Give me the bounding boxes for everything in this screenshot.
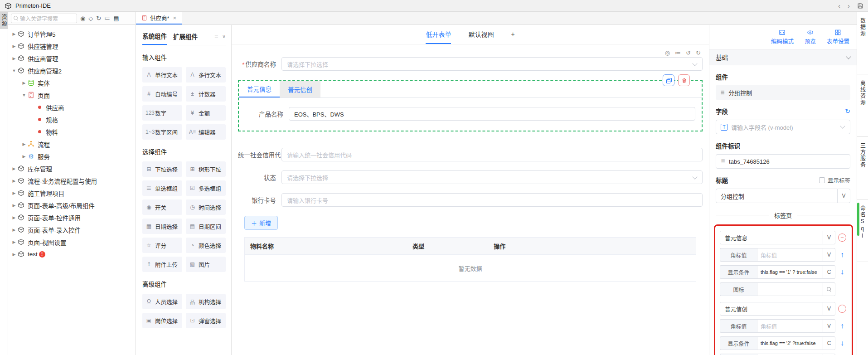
- move-down-icon[interactable]: ↓: [840, 268, 844, 276]
- tree-node[interactable]: ▶ ⚙ 服务: [8, 150, 136, 162]
- redo-icon[interactable]: ↻: [696, 49, 701, 56]
- docs-icon[interactable]: ▤: [113, 15, 119, 21]
- palette-item[interactable]: ◔ 颜色选择: [186, 238, 226, 253]
- caret-right-icon[interactable]: ▶: [11, 191, 17, 195]
- field-select[interactable]: T 请输入字段名 (v-model): [716, 120, 850, 134]
- palette-item[interactable]: ↥ 附件上传: [142, 257, 182, 272]
- form-settings-button[interactable]: 表单设置: [827, 29, 849, 45]
- tree-node[interactable]: ▶ 页面-表单-控件通用: [8, 211, 136, 224]
- delete-component-button[interactable]: [678, 74, 690, 86]
- add-row-button[interactable]: ＋ 新增: [244, 216, 278, 230]
- move-up-icon[interactable]: ↑: [840, 251, 844, 259]
- palette-item[interactable]: ⊞ 树形下拉: [186, 161, 226, 177]
- condition-value-input[interactable]: this.flag == '2' ?true:false: [757, 336, 823, 350]
- rail-item[interactable]: 离线资源: [857, 74, 868, 137]
- scrollbar-thumb[interactable]: [857, 203, 859, 236]
- caret-right-icon[interactable]: ▶: [21, 81, 27, 85]
- tree-node[interactable]: 供应商: [8, 101, 136, 113]
- palette-item[interactable]: A 单行文本: [142, 67, 182, 83]
- palette-item[interactable]: # 自动编号: [142, 86, 182, 102]
- tree-node[interactable]: ▶ 流程-业务流程配置与使用: [8, 175, 136, 187]
- rail-item[interactable]: 三方服务: [857, 137, 868, 199]
- view-tab[interactable]: 默认视图: [468, 25, 494, 44]
- ai-assist-icon[interactable]: ◉: [80, 15, 85, 21]
- palette-item[interactable]: Ω 人员选择: [142, 294, 182, 309]
- palette-item[interactable]: ▧ 图片: [186, 257, 226, 272]
- refresh-icon[interactable]: ↻: [845, 107, 850, 115]
- show-label-checkbox[interactable]: [819, 177, 825, 183]
- rail-item[interactable]: 数据源: [857, 12, 868, 74]
- palette-item[interactable]: ¥ 金额: [186, 105, 226, 121]
- palette-item[interactable]: ☆ 评分: [142, 238, 182, 253]
- palette-item[interactable]: ⊡ 弹窗选择: [186, 313, 226, 328]
- view-tab[interactable]: 低开表单: [426, 25, 451, 44]
- preview-button[interactable]: 预览: [805, 29, 816, 45]
- status-select[interactable]: 请选择下拉选择: [281, 170, 703, 184]
- caret-right-icon[interactable]: ▶: [11, 240, 17, 244]
- tree-node[interactable]: ▶ 订单管理5: [8, 28, 136, 40]
- palette-item[interactable]: ☰ 单选框组: [142, 180, 182, 196]
- view-tab[interactable]: +: [511, 25, 514, 44]
- caret-right-icon[interactable]: ▶: [11, 44, 17, 49]
- caret-down-icon[interactable]: ▼: [21, 93, 27, 97]
- icon-search-button[interactable]: [823, 282, 835, 296]
- variable-suffix-button[interactable]: V: [823, 319, 835, 333]
- rail-tab-resources[interactable]: 资源: [0, 12, 8, 29]
- model-icon[interactable]: ◇: [88, 15, 93, 21]
- palette-item[interactable]: 123 数字: [142, 105, 182, 121]
- caret-right-icon[interactable]: ▶: [11, 166, 17, 171]
- basic-section-header[interactable]: 基础: [709, 49, 857, 65]
- caret-right-icon[interactable]: ▶: [21, 142, 27, 146]
- palette-item[interactable]: A≡ 编辑器: [186, 124, 226, 140]
- caret-down-icon[interactable]: ▼: [11, 68, 17, 73]
- group-tab-info[interactable]: 普元信息: [239, 81, 280, 97]
- outline-icon[interactable]: ≔: [104, 15, 110, 21]
- variable-suffix-button[interactable]: V: [823, 231, 835, 244]
- nav-back-icon[interactable]: ‹: [838, 2, 840, 10]
- product-name-input[interactable]: EOS、BPS、DWS: [289, 107, 695, 121]
- group-title-input[interactable]: 普元信创: [720, 302, 823, 316]
- tree-node[interactable]: 物料: [8, 126, 136, 138]
- tree-node[interactable]: ▶ 实体: [8, 77, 136, 89]
- variable-suffix-button[interactable]: V: [823, 302, 835, 316]
- tree-node[interactable]: ▶ 流程: [8, 138, 136, 150]
- variable-suffix-button[interactable]: V: [838, 189, 850, 203]
- palette-item[interactable]: ☑ 多选框组: [186, 180, 226, 196]
- close-icon[interactable]: ×: [173, 15, 176, 21]
- condition-value-input[interactable]: this.flag == '1' ? true:false: [757, 265, 823, 279]
- group-title-input[interactable]: 普元信息: [720, 231, 823, 244]
- group-tab-xinchuang[interactable]: 普元信创: [280, 81, 320, 97]
- palette-item[interactable]: ⊟ 下拉选择: [142, 161, 182, 177]
- doc-tab-supplier[interactable]: 供应商* ×: [136, 12, 182, 24]
- save-icon[interactable]: [857, 3, 863, 9]
- icon-value-input[interactable]: [757, 282, 823, 296]
- palette-item[interactable]: ▣ 岗位选择: [142, 313, 182, 328]
- badge-value-input[interactable]: 角标值: [757, 319, 823, 333]
- chevron-down-icon[interactable]: ∨: [222, 34, 226, 39]
- caret-right-icon[interactable]: ▶: [11, 32, 17, 36]
- caret-right-icon[interactable]: ▶: [11, 203, 17, 208]
- supplier-select[interactable]: 请选择下拉选择: [281, 57, 703, 71]
- palette-item[interactable]: A 多行文本: [186, 67, 226, 83]
- palette-item[interactable]: ◷ 时间选择: [186, 199, 226, 215]
- tree-node[interactable]: ▶ test !: [8, 248, 136, 260]
- caret-right-icon[interactable]: ▶: [11, 215, 17, 220]
- tree-node[interactable]: ▶ 页面-表单-录入控件: [8, 224, 136, 236]
- tree-node[interactable]: ▶ 施工管理项目: [8, 187, 136, 199]
- palette-item[interactable]: ± 计数器: [186, 86, 226, 102]
- badge-value-input[interactable]: 角标值: [757, 248, 823, 262]
- tree-node[interactable]: ▶ 库存管理: [8, 162, 136, 175]
- caret-right-icon[interactable]: ▶: [11, 228, 17, 232]
- variable-suffix-button[interactable]: V: [823, 248, 835, 262]
- theme-icon[interactable]: ◎: [665, 49, 670, 56]
- copy-component-button[interactable]: [663, 74, 674, 86]
- component-id-input[interactable]: ≣ tabs_74685126: [716, 154, 850, 169]
- tab-extended-components[interactable]: 扩展组件: [173, 32, 198, 44]
- selected-tab-group[interactable]: 普元信息 普元信创 产品名称 EOS、BPS、DWS: [238, 80, 703, 131]
- palette-item[interactable]: 品 机构选择: [186, 294, 226, 309]
- tree-node[interactable]: ▶ 供应链管理: [8, 40, 136, 52]
- refresh-icon[interactable]: ↻: [96, 15, 101, 21]
- code-suffix-button[interactable]: C: [823, 265, 835, 279]
- search-input[interactable]: 输入关键字搜索: [11, 14, 77, 23]
- remove-group-icon[interactable]: −: [838, 305, 846, 313]
